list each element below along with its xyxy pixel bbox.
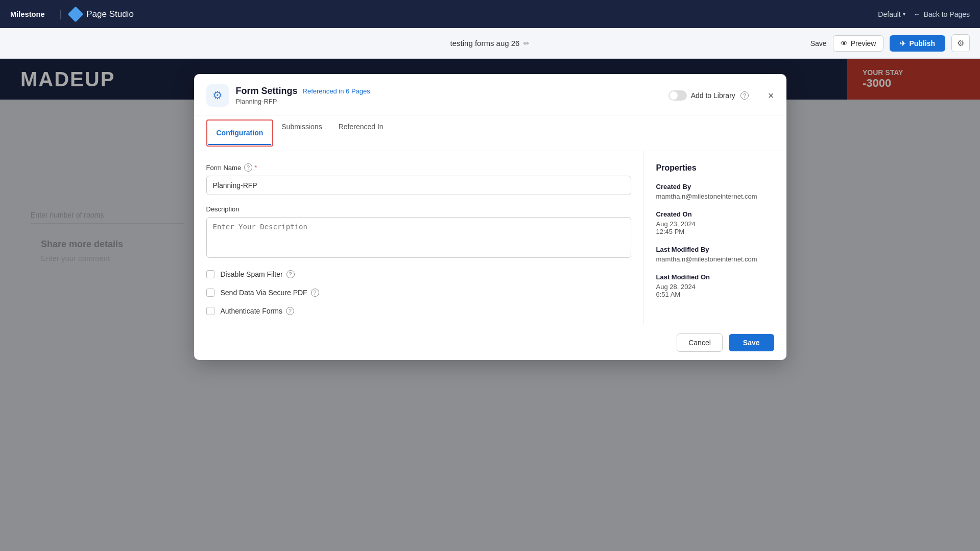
page-studio-label: Page Studio: [70, 9, 134, 20]
modal-title: Form Settings Referenced in 6 Pages: [236, 86, 661, 97]
modal-overlay: ⚙ Form Settings Referenced in 6 Pages Pl…: [0, 59, 980, 551]
last-modified-by-group: Last Modified By mamtha.n@milestoneinter…: [656, 246, 774, 263]
gear-icon: ⚙: [212, 89, 223, 102]
preview-button[interactable]: 👁 Preview: [833, 35, 884, 52]
secure-pdf-help-icon[interactable]: ?: [311, 289, 319, 297]
gear-icon: ⚙: [957, 39, 964, 47]
settings-button[interactable]: ⚙: [951, 34, 970, 52]
created-on-label: Created On: [656, 210, 774, 218]
properties-sidebar: Properties Created By mamtha.n@milestone…: [643, 151, 786, 325]
last-modified-on-time: 6:51 AM: [656, 291, 774, 298]
publish-label: Publish: [909, 39, 935, 47]
top-navigation: Milestone | Page Studio Default ▾ ← Back…: [0, 0, 980, 28]
auth-forms-label: Authenticate Forms ?: [221, 307, 294, 315]
publish-button[interactable]: ✈ Publish: [890, 35, 945, 52]
save-button[interactable]: Save: [810, 39, 827, 47]
cancel-button[interactable]: Cancel: [677, 333, 723, 352]
toolbar-actions: Save 👁 Preview ✈ Publish ⚙: [810, 34, 970, 52]
form-name-input[interactable]: [206, 176, 631, 195]
description-label: Description: [206, 205, 631, 213]
toolbar: testing forms aug 26 ✏ Save 👁 Preview ✈ …: [0, 28, 980, 59]
nav-default-selector[interactable]: Default ▾: [878, 10, 905, 18]
tab-referenced-in[interactable]: Referenced In: [330, 115, 392, 151]
modal-save-button[interactable]: Save: [729, 334, 774, 351]
spam-filter-row: Disable Spam Filter ?: [206, 270, 631, 278]
created-by-label: Created By: [656, 183, 774, 190]
send-icon: ✈: [900, 39, 906, 47]
created-by-value: mamtha.n@milestoneinternet.com: [656, 193, 774, 200]
preview-label: Preview: [851, 39, 876, 47]
svg-text:Milestone: Milestone: [10, 10, 45, 18]
modal-tabs: Configuration Submissions Referenced In: [194, 115, 786, 151]
modal-main-content: Form Name ? * Description: [194, 151, 643, 325]
modal-title-area: Form Settings Referenced in 6 Pages Plan…: [236, 86, 661, 105]
page-title: testing forms aug 26: [450, 39, 520, 47]
last-modified-by-label: Last Modified By: [656, 246, 774, 253]
auth-forms-row: Authenticate Forms ?: [206, 307, 631, 315]
created-on-time: 12:45 PM: [656, 228, 774, 235]
referenced-badge[interactable]: Referenced in 6 Pages: [303, 87, 370, 95]
nav-right: Default ▾ ← Back to Pages: [878, 10, 970, 18]
last-modified-by-value: mamtha.n@milestoneinternet.com: [656, 255, 774, 263]
add-to-library-toggle[interactable]: [668, 90, 687, 101]
eye-icon: 👁: [841, 39, 848, 47]
tab-configuration-box: Configuration: [206, 119, 274, 147]
add-to-library-label: Add to Library: [691, 91, 735, 100]
add-to-library-help-icon[interactable]: ?: [740, 91, 749, 100]
secure-pdf-row: Send Data Via Secure PDF ?: [206, 289, 631, 297]
required-star: *: [254, 164, 257, 172]
description-group: Description: [206, 205, 631, 260]
created-on-group: Created On Aug 23, 2024 12:45 PM: [656, 210, 774, 235]
description-textarea[interactable]: [206, 217, 631, 258]
modal-header: ⚙ Form Settings Referenced in 6 Pages Pl…: [194, 74, 786, 115]
auth-forms-help-icon[interactable]: ?: [286, 307, 294, 315]
modal-close-button[interactable]: ×: [768, 90, 774, 101]
page-content: MADEUP YOUR STAY -3000 Enter number of r…: [0, 59, 980, 551]
form-name-help-icon[interactable]: ?: [244, 163, 252, 172]
form-name-label: Form Name ? *: [206, 163, 631, 172]
spam-filter-help-icon[interactable]: ?: [286, 270, 295, 278]
nav-left: Milestone | Page Studio: [10, 7, 134, 22]
form-settings-modal: ⚙ Form Settings Referenced in 6 Pages Pl…: [194, 74, 786, 360]
tab-submissions[interactable]: Submissions: [273, 115, 330, 151]
last-modified-on-date: Aug 28, 2024: [656, 283, 774, 291]
secure-pdf-label: Send Data Via Secure PDF ?: [221, 289, 319, 297]
add-to-library-area: Add to Library ?: [668, 90, 749, 101]
modal-subtitle: Planning-RFP: [236, 98, 661, 105]
back-arrow-icon: ←: [914, 10, 921, 18]
form-name-group: Form Name ? *: [206, 163, 631, 195]
created-on-date: Aug 23, 2024: [656, 220, 774, 228]
edit-icon[interactable]: ✏: [523, 39, 530, 47]
properties-title: Properties: [656, 163, 774, 173]
spam-filter-checkbox[interactable]: [206, 270, 214, 278]
tab-configuration[interactable]: Configuration: [208, 122, 272, 145]
milestone-logo: Milestone: [10, 7, 51, 22]
secure-pdf-checkbox[interactable]: [206, 289, 214, 297]
created-by-group: Created By mamtha.n@milestoneinternet.co…: [656, 183, 774, 200]
back-to-pages-button[interactable]: ← Back to Pages: [914, 10, 970, 18]
page-studio-text: Page Studio: [86, 9, 134, 19]
last-modified-on-label: Last Modified On: [656, 273, 774, 281]
modal-icon: ⚙: [206, 84, 229, 107]
modal-body: Form Name ? * Description: [194, 151, 786, 325]
last-modified-on-group: Last Modified On Aug 28, 2024 6:51 AM: [656, 273, 774, 298]
back-to-pages-label: Back to Pages: [924, 10, 970, 18]
modal-footer: Cancel Save: [194, 325, 786, 360]
nav-divider: |: [59, 8, 62, 20]
auth-forms-checkbox[interactable]: [206, 307, 214, 315]
page-title-area: testing forms aug 26 ✏: [450, 39, 530, 47]
spam-filter-label: Disable Spam Filter ?: [221, 270, 295, 278]
chevron-down-icon: ▾: [903, 11, 905, 17]
page-studio-icon: [68, 6, 84, 22]
default-label: Default: [878, 10, 900, 18]
